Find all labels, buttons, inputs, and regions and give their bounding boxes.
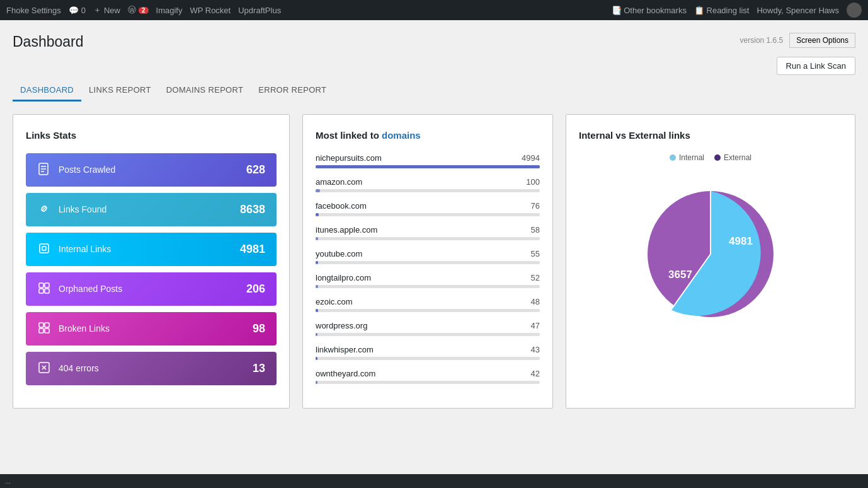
screen-options-button[interactable]: Screen Options [789,33,855,48]
domain-row: wordpress.org 47 [316,321,540,336]
stat-label-posts-crawled: Posts Crawled [59,165,115,175]
stat-label-404-errors: 404 errors [59,363,99,373]
domain-count: 47 [531,321,540,330]
svg-rect-9 [45,289,49,293]
domain-row: longtailpro.com 52 [316,273,540,288]
domain-bar-fill [316,213,319,216]
stat-icon-posts-crawled [37,162,51,178]
domain-count: 100 [526,177,540,187]
chart-legend: Internal External [670,153,751,162]
domain-bar-fill [316,309,318,312]
chart-card: Internal vs External links Internal Exte… [566,114,855,409]
stat-label-orphaned-posts: Orphaned Posts [59,284,122,294]
tab-links-report[interactable]: LINKS REPORT [81,80,159,102]
domains-list: nichepursuits.com 4994 amazon.com 100 fa… [316,153,540,384]
domain-name: nichepursuits.com [316,153,382,163]
svg-text:4981: 4981 [729,235,753,247]
stat-icon-links-found [37,202,51,218]
domain-bar-bg [316,285,540,288]
stat-icon-broken-links [37,321,51,337]
status-bar: ... [0,474,868,488]
svg-rect-10 [39,323,43,327]
adminbar-site-name[interactable]: Fhoke Settings [6,6,61,15]
adminbar-updraftplus[interactable]: UpdraftPlus [238,6,281,15]
domain-row: owntheyard.com 42 [316,369,540,384]
domain-name: owntheyard.com [316,369,375,378]
stat-label-links-found: Links Found [59,204,106,214]
adminbar-avatar[interactable] [847,3,862,18]
svg-text:3657: 3657 [668,269,692,281]
domain-name: itunes.apple.com [316,225,377,235]
adminbar-w-icon[interactable]: Ⓦ 2 [128,4,149,16]
domains-title: Most linked to domains [316,130,540,141]
svg-rect-7 [45,283,49,288]
tab-error-report[interactable]: ERROR REPORT [251,80,334,102]
domain-bar-bg [316,381,540,384]
domain-row: ezoic.com 48 [316,297,540,312]
stat-value-404-errors: 13 [253,362,265,375]
domain-name: ezoic.com [316,297,353,306]
domain-count: 43 [531,345,540,354]
run-link-scan-button[interactable]: Run a Link Scan [777,57,855,75]
domain-bar-bg [316,309,540,312]
domain-bar-bg [316,189,540,192]
status-url: ... [5,477,11,485]
stat-item-broken-links[interactable]: Broken Links 98 [26,312,277,346]
adminbar-imagify[interactable]: Imagify [156,6,183,15]
page-header: Dashboard version 1.6.5 Screen Options [13,33,855,52]
domains-card: Most linked to domains nichepursuits.com… [302,114,553,409]
page-title: Dashboard [13,33,84,52]
domain-bar-bg [316,333,540,336]
domain-name: wordpress.org [316,321,367,330]
stat-label-broken-links: Broken Links [59,323,110,334]
stat-item-404-errors[interactable]: 404 errors 13 [26,352,277,385]
svg-rect-13 [45,328,49,333]
stat-item-links-found[interactable]: Links Found 8638 [26,193,277,226]
domain-name: facebook.com [316,201,367,211]
domain-row: youtube.com 55 [316,249,540,264]
stat-item-posts-crawled[interactable]: Posts Crawled 628 [26,153,277,187]
domain-count: 42 [531,369,540,378]
admin-bar: Fhoke Settings 💬 0 ＋ New Ⓦ 2 Imagify WP … [0,0,868,20]
domain-row: itunes.apple.com 58 [316,225,540,240]
legend-external-label: External [724,153,751,162]
domain-row: amazon.com 100 [316,177,540,192]
domain-row: nichepursuits.com 4994 [316,153,540,168]
domain-bar-bg [316,237,540,240]
adminbar-new[interactable]: ＋ New [93,4,120,16]
adminbar-reading-list[interactable]: 📋 Reading list [694,6,750,15]
adminbar-bookmarks[interactable]: 📑 Other bookmarks [612,6,687,15]
domain-bar-fill [316,357,317,360]
domain-count: 58 [531,225,540,235]
domain-bar-fill [316,189,320,192]
stat-item-orphaned-posts[interactable]: Orphaned Posts 206 [26,272,277,306]
domain-bar-fill [316,165,540,168]
svg-rect-4 [40,244,49,253]
domain-name: amazon.com [316,177,362,187]
svg-rect-8 [39,289,43,293]
chart-title: Internal vs External links [579,130,842,141]
domain-bar-fill [316,285,318,288]
stat-value-links-found: 8638 [240,203,265,216]
stat-icon-404-errors [37,361,51,376]
stat-label-internal-links: Internal Links [59,244,111,254]
domain-bar-fill [316,261,318,264]
tab-dashboard[interactable]: DASHBOARD [13,80,81,102]
legend-internal: Internal [670,153,704,162]
svg-rect-5 [42,247,46,250]
links-stats-title: Links Stats [26,130,277,141]
domain-count: 48 [531,297,540,306]
legend-external: External [714,153,751,162]
domain-count: 52 [531,273,540,282]
domain-count: 55 [531,249,540,259]
domain-name: youtube.com [316,249,362,259]
legend-internal-label: Internal [679,153,704,162]
adminbar-wprocket[interactable]: WP Rocket [190,6,231,15]
tab-domains-report[interactable]: DOMAINS REPORT [159,80,251,102]
adminbar-comments[interactable]: 💬 0 [69,6,86,15]
stat-item-internal-links[interactable]: Internal Links 4981 [26,233,277,266]
domain-count: 76 [531,201,540,211]
domain-bar-fill [316,381,317,384]
legend-internal-dot [670,154,676,161]
domain-bar-bg [316,213,540,216]
